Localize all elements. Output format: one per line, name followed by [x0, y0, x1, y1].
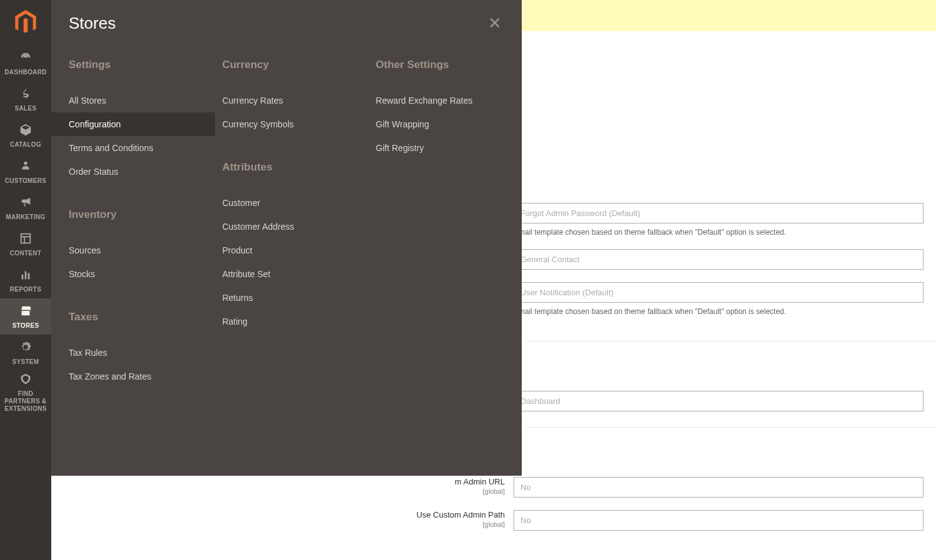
nav-label: MARKETING [6, 214, 45, 221]
link-attr-returns[interactable]: Returns [222, 286, 351, 310]
nav-label: REPORTS [10, 286, 41, 293]
field-scope: [global] [326, 488, 505, 495]
subsection-settings: Settings [69, 59, 197, 71]
admin-sidebar: DASHBOARD SALES CATALOG CUSTOMERS MARKET… [0, 0, 51, 560]
sidebar-item-dashboard[interactable]: DASHBOARD [0, 45, 51, 81]
nav-label: CONTENT [10, 250, 41, 257]
section-divider [526, 341, 936, 385]
sidebar-item-stores[interactable]: STORES [0, 298, 51, 335]
dashboard-icon [19, 51, 32, 66]
subsection-other: Other Settings [376, 59, 504, 71]
section-divider [526, 427, 936, 471]
select-custom-admin-url[interactable]: No [514, 477, 924, 498]
link-tax-zones[interactable]: Tax Zones and Rates [69, 365, 197, 388]
sidebar-item-sales[interactable]: SALES [0, 81, 51, 117]
link-attr-customer[interactable]: Customer [222, 191, 351, 215]
svg-rect-3 [22, 275, 24, 279]
svg-rect-5 [28, 273, 30, 279]
select-email-sender[interactable]: General Contact [514, 249, 924, 270]
link-attr-rating[interactable]: Rating [222, 310, 351, 333]
link-terms[interactable]: Terms and Conditions [69, 136, 197, 160]
subsection-currency: Currency [222, 59, 351, 71]
field-email-sender: Email Sender [global] General Contact [526, 243, 936, 276]
sidebar-item-reports[interactable]: REPORTS [0, 262, 51, 298]
help-text: Email template chosen based on theme fal… [514, 307, 924, 316]
link-stocks[interactable]: Stocks [69, 262, 197, 286]
store-icon [19, 304, 32, 320]
nav-label: CATALOG [10, 141, 41, 149]
flyout-col-2: Currency Currency Rates Currency Symbols… [222, 59, 351, 388]
sidebar-item-customers[interactable]: CUSTOMERS [0, 154, 51, 190]
link-attr-product[interactable]: Product [222, 238, 351, 262]
link-configuration[interactable]: Configuration [51, 112, 215, 136]
link-sources[interactable]: Sources [69, 238, 197, 262]
sidebar-item-marketing[interactable]: MARKETING [0, 190, 51, 226]
link-tax-rules[interactable]: Tax Rules [69, 341, 197, 365]
subsection-inventory: Inventory [69, 209, 197, 221]
flyout-col-3: Other Settings Reward Exchange Rates Gif… [376, 59, 504, 388]
sidebar-item-partners[interactable]: FIND PARTNERS & EXTENSIONS [0, 371, 51, 413]
close-icon: ✕ [488, 14, 502, 32]
select-forgot-email-template[interactable]: Forgot Admin Password (Default) [514, 203, 924, 224]
person-icon [19, 159, 32, 175]
link-currency-rates[interactable]: Currency Rates [222, 89, 351, 112]
field-custom-admin-url: m Admin URL [global] No [526, 471, 936, 504]
svg-rect-4 [25, 271, 27, 279]
link-currency-symbols[interactable]: Currency Symbols [222, 112, 351, 136]
sidebar-item-system[interactable]: SYSTEM [0, 335, 51, 371]
select-custom-admin-path[interactable]: No [514, 510, 924, 531]
field-custom-admin-path: Use Custom Admin Path [global] No [526, 504, 936, 537]
link-attr-customer-address[interactable]: Customer Address [222, 215, 351, 238]
nav-label: DASHBOARD [4, 69, 47, 76]
sidebar-item-content[interactable]: CONTENT [0, 226, 51, 262]
magento-logo[interactable] [0, 0, 51, 45]
select-notification-template[interactable]: User Notification (Default) [514, 282, 924, 303]
field-startup-page: Startup Page [global] Dashboard [526, 385, 936, 418]
nav-label: SALES [15, 105, 37, 112]
megaphone-icon [19, 195, 32, 211]
dollar-icon [19, 87, 32, 102]
field-scope: [global] [326, 521, 505, 528]
link-gift-registry[interactable]: Gift Registry [376, 136, 504, 160]
layout-icon [19, 232, 32, 247]
bars-icon [19, 268, 32, 283]
field-label: Use Custom Admin Path [416, 510, 505, 519]
nav-label: SYSTEM [12, 358, 39, 366]
flyout-col-1: Settings All Stores Configuration Terms … [69, 59, 197, 388]
stores-flyout: Stores ✕ Settings All Stores Configurati… [51, 0, 522, 476]
link-attr-set[interactable]: Attribute Set [222, 262, 351, 286]
magento-logo-icon [14, 10, 37, 35]
field-forgot-email-template: nail Template [global] Forgot Admin Pass… [526, 197, 936, 243]
close-button[interactable]: ✕ [485, 12, 504, 34]
nav-label: STORES [12, 322, 39, 330]
gear-icon [19, 340, 32, 356]
notification-banner [522, 0, 936, 31]
flyout-title: Stores [69, 14, 116, 33]
link-order-status[interactable]: Order Status [69, 160, 197, 184]
partners-icon [19, 372, 32, 388]
link-all-stores[interactable]: All Stores [69, 89, 197, 112]
link-reward[interactable]: Reward Exchange Rates [376, 89, 504, 112]
field-label: m Admin URL [455, 477, 505, 486]
nav-label: FIND PARTNERS & EXTENSIONS [0, 390, 51, 413]
nav-label: CUSTOMERS [5, 177, 46, 185]
select-startup-page[interactable]: Dashboard [514, 391, 924, 411]
box-icon [19, 123, 32, 139]
sidebar-item-catalog[interactable]: CATALOG [0, 117, 51, 154]
subsection-attributes: Attributes [222, 161, 351, 174]
field-notification-template: ion Template [global] User Notification … [526, 276, 936, 322]
svg-rect-0 [21, 233, 31, 243]
link-gift-wrapping[interactable]: Gift Wrapping [376, 112, 504, 136]
subsection-taxes: Taxes [69, 311, 197, 323]
help-text: Email template chosen based on theme fal… [514, 228, 924, 237]
